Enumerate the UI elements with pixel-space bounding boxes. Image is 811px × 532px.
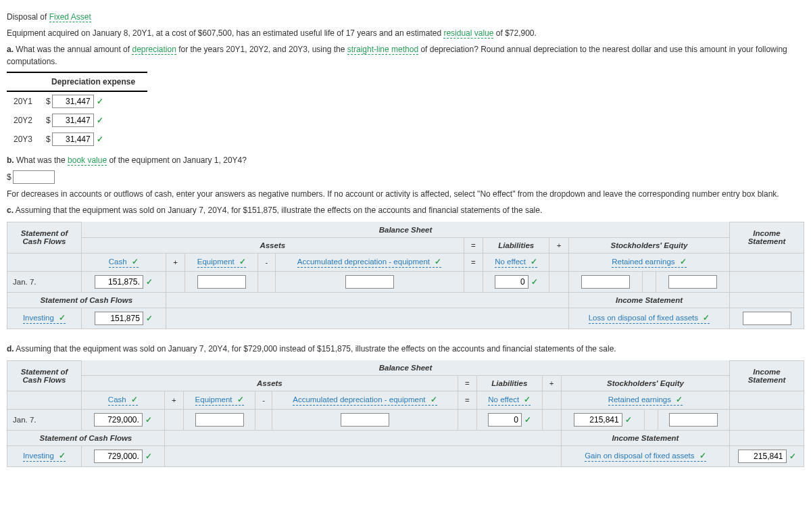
question-b: b. What was the book value of the equipm… — [7, 154, 804, 166]
check-icon: ✓ — [625, 416, 632, 424]
check-icon: ✓ — [97, 97, 103, 106]
instruction-note: For decreases in accounts or outflows of… — [7, 188, 804, 200]
check-icon: ✓ — [145, 416, 152, 424]
retained-select[interactable]: Retained earnings ✓ — [612, 257, 687, 268]
accum-dep-select[interactable]: Accumulated depreciation - equipment ✓ — [297, 257, 441, 268]
book-value-input[interactable] — [13, 170, 55, 184]
dep-header: Depreciation expense — [39, 72, 147, 91]
page-title: Disposal of Fixed Asset — [7, 11, 804, 23]
check-icon: ✓ — [789, 452, 796, 460]
intro-text: Equipment acquired on January 8, 20Y1, a… — [7, 27, 804, 39]
check-icon: ✓ — [145, 452, 152, 460]
d-cash-input[interactable] — [94, 413, 143, 427]
d-equip-input[interactable] — [195, 413, 244, 427]
equipment-select[interactable]: Equipment ✓ — [195, 395, 244, 406]
d-accum-input[interactable] — [341, 413, 389, 427]
fixed-asset-link[interactable]: Fixed Asset — [49, 12, 91, 22]
financial-table-d: Statement of Cash Flows Balance Sheet In… — [7, 360, 804, 468]
check-icon: ✓ — [146, 314, 153, 322]
book-value-link[interactable]: book value — [68, 155, 107, 166]
question-d: d. Assuming that the equipment was sold … — [7, 343, 804, 355]
investing-select[interactable]: Investing ✓ — [23, 313, 66, 324]
d-re2-input[interactable] — [669, 413, 718, 427]
straight-line-link[interactable]: straight-line method — [347, 45, 418, 55]
check-icon: ✓ — [97, 116, 103, 125]
dep-20y1-input[interactable] — [52, 95, 94, 108]
financial-table-c: Statement of Cash Flows Balance Sheet In… — [7, 222, 804, 329]
check-icon: ✓ — [524, 416, 531, 424]
check-icon: ✓ — [97, 135, 103, 144]
depreciation-table: Depreciation expense 20Y1 $✓ 20Y2 $✓ 20Y… — [7, 72, 147, 149]
equipment-select[interactable]: Equipment ✓ — [197, 257, 246, 268]
table-row: 20Y1 $✓ — [7, 91, 147, 111]
d-is-input[interactable] — [738, 450, 787, 463]
c-accum-input[interactable] — [345, 275, 394, 289]
no-effect-select[interactable]: No effect ✓ — [495, 257, 537, 268]
retained-select[interactable]: Retained earnings ✓ — [608, 395, 683, 406]
gain-select[interactable]: Gain on disposal of fixed assets ✓ — [585, 451, 706, 462]
loss-select[interactable]: Loss on disposal of fixed assets ✓ — [589, 313, 710, 324]
c-re1-input[interactable] — [581, 275, 630, 289]
d-re1-input[interactable] — [574, 413, 622, 427]
table-row: 20Y2 $✓ — [7, 111, 147, 130]
question-c: c. Assuming that the equipment was sold … — [7, 204, 804, 216]
no-effect-select[interactable]: No effect ✓ — [488, 395, 531, 406]
d-liab-input[interactable] — [488, 413, 522, 427]
accum-dep-select[interactable]: Accumulated depreciation - equipment ✓ — [293, 395, 437, 406]
cash-select[interactable]: Cash ✓ — [109, 257, 139, 268]
c-cash-input[interactable] — [95, 275, 143, 289]
c-is-input[interactable] — [743, 312, 791, 325]
residual-value-link[interactable]: residual value — [443, 28, 493, 39]
c-re2-input[interactable] — [668, 275, 717, 289]
dep-20y3-input[interactable] — [52, 132, 94, 146]
cash-select[interactable]: Cash ✓ — [108, 395, 138, 406]
check-icon: ✓ — [146, 278, 153, 286]
investing-select[interactable]: Investing ✓ — [23, 451, 66, 462]
c-liab-input[interactable] — [495, 275, 529, 289]
d-scf-input[interactable] — [94, 450, 143, 463]
table-row: 20Y3 $✓ — [7, 130, 147, 149]
question-a: a. What was the annual amount of depreci… — [7, 43, 804, 68]
dep-20y2-input[interactable] — [52, 114, 94, 127]
check-icon: ✓ — [531, 278, 538, 286]
depreciation-link[interactable]: depreciation — [132, 45, 176, 55]
c-equip-input[interactable] — [197, 275, 246, 289]
c-scf-input[interactable] — [95, 312, 143, 325]
